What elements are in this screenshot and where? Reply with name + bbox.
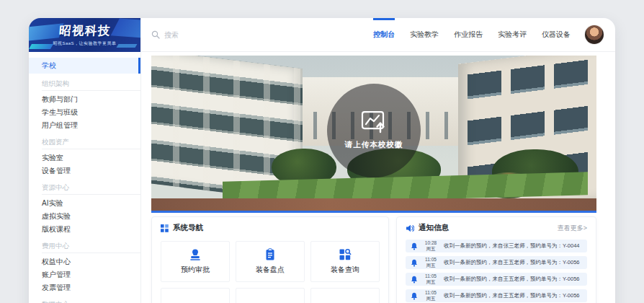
image-upload-icon (361, 110, 387, 133)
logo-decor-shape (111, 18, 140, 38)
divider (42, 90, 140, 91)
nav-card-label: 装备盘点 (256, 265, 285, 275)
nav-card-partial[interactable] (236, 288, 305, 303)
bell-icon (411, 242, 418, 250)
brand-logo: 昭视科技 昭视SaaS，让实验教学更简单 (29, 18, 140, 52)
sidebar-section-organization: 组织架构 (29, 78, 140, 89)
speaker-icon (406, 224, 414, 232)
notice-header: 通知信息 查看更多> (406, 223, 587, 233)
notice-time: 11:05 周五 (423, 257, 439, 268)
notice-list: 10:28 周五 收到一条新的预约，来自张三老师，预约单号为：Y-0044，请尽… (406, 240, 587, 302)
brand-title: 昭视科技 (58, 23, 112, 39)
content-area: 请上传本校校徽 (141, 52, 615, 303)
nav-card-equipment-inventory[interactable]: 装备盘点 (236, 241, 305, 282)
sidebar-section-cost-center: 费用中心 (29, 240, 140, 251)
tab-homework-reports[interactable]: 作业报告 (454, 18, 483, 51)
main-area: 控制台 实验教学 作业报告 实验考评 仪器设备 (141, 18, 615, 303)
logo-decor-shape (117, 44, 138, 48)
nav-cards-grid: 预约审批 (161, 241, 380, 303)
notice-time: 11:05 周五 (423, 290, 439, 302)
nav-card-partial[interactable] (161, 288, 230, 303)
sidebar-item-virtual-experiments[interactable]: 虚拟实验 (29, 210, 140, 223)
topbar: 控制台 实验教学 作业报告 实验考评 仪器设备 (141, 18, 615, 52)
search-icon (151, 30, 160, 39)
logo-decor-shape (29, 44, 53, 49)
sidebar-item-licensed-courses[interactable]: 版权课程 (29, 223, 140, 236)
sidebar-section-campus-assets: 校园资产 (29, 136, 140, 147)
bell-icon (411, 276, 418, 284)
sidebar-item-equipment-management[interactable]: 设备管理 (29, 164, 140, 177)
sidebar-item-ai-experiments[interactable]: AI实验 (29, 197, 140, 210)
notice-time: 10:28 周五 (423, 240, 439, 252)
upload-text: 请上传本校校徽 (345, 140, 403, 150)
tab-experiment-evaluation[interactable]: 实验考评 (498, 18, 527, 51)
notice-text: 收到一条新的预约，来自王五老师，预约单号为：Y-0056，请尽快处理。 (444, 276, 581, 283)
notice-row[interactable]: 11:05 周五 收到一条新的预约，来自王五老师，预约单号为：Y-0056，请尽… (406, 256, 587, 269)
divider (42, 194, 140, 195)
sidebar-item-students-classes[interactable]: 学生与班级 (29, 106, 140, 119)
search-grid-icon (339, 248, 352, 261)
app-window: 昭视科技 昭视SaaS，让实验教学更简单 学校 组织架构 教师与部门 学生与班级… (29, 18, 615, 303)
nav-card-partial[interactable] (310, 288, 380, 303)
nav-card-label: 装备查询 (331, 265, 359, 275)
sidebar-item-account-management[interactable]: 账户管理 (29, 268, 140, 281)
sidebar-menu: 学校 组织架构 教师与部门 学生与班级 用户组管理 校园资产 实验室 设备管理 … (29, 52, 140, 303)
notice-text: 收到一条新的预约，来自王五老师，预约单号为：Y-0056，请尽快处理。 (444, 292, 581, 299)
grid-icon (161, 224, 169, 232)
divider (42, 149, 140, 149)
sidebar: 昭视科技 昭视SaaS，让实验教学更简单 学校 组织架构 教师与部门 学生与班级… (29, 18, 141, 303)
hero-banner: 请上传本校校徽 (151, 56, 596, 213)
tab-console[interactable]: 控制台 (373, 18, 395, 51)
sidebar-section-resource-center: 资源中心 (29, 182, 140, 193)
system-nav-panel: 系统导航 预约审批 (151, 216, 389, 303)
view-more-link[interactable]: 查看更多> (558, 224, 587, 233)
sidebar-item-user-groups[interactable]: 用户组管理 (29, 119, 140, 132)
tab-experiment-teaching[interactable]: 实验教学 (410, 18, 439, 51)
nav-card-label: 预约审批 (181, 265, 210, 275)
notice-title: 通知信息 (419, 223, 449, 233)
user-avatar[interactable] (585, 25, 604, 44)
brand-tagline: 昭视SaaS，让实验教学更简单 (53, 40, 116, 47)
system-nav-title: 系统导航 (173, 223, 203, 233)
notice-panel: 通知信息 查看更多> 10:28 (396, 216, 596, 303)
topnav-tabs: 控制台 实验教学 作业报告 实验考评 仪器设备 (373, 18, 571, 51)
notice-row[interactable]: 11:05 周五 收到一条新的预约，来自王五老师，预约单号为：Y-0056，请尽… (406, 273, 587, 286)
notice-time: 11:05 周五 (423, 273, 439, 285)
clipboard-icon (264, 248, 277, 261)
sidebar-item-teachers-departments[interactable]: 教师与部门 (29, 93, 140, 106)
notice-text: 收到一条新的预约，来自张三老师，预约单号为：Y-0044，请尽快处理。 (444, 242, 581, 250)
search-box (151, 30, 272, 39)
stamp-icon (189, 248, 202, 261)
notice-row[interactable]: 10:28 周五 收到一条新的预约，来自张三老师，预约单号为：Y-0044，请尽… (406, 240, 587, 252)
sidebar-item-laboratory[interactable]: 实验室 (29, 152, 140, 164)
sidebar-item-school[interactable]: 学校 (29, 58, 140, 74)
sidebar-item-rights-center[interactable]: 权益中心 (29, 255, 140, 268)
tab-instruments-equipment[interactable]: 仪器设备 (542, 18, 571, 51)
path (151, 198, 596, 211)
upload-logo-overlay[interactable]: 请上传本校校徽 (327, 84, 421, 177)
nav-card-equipment-query[interactable]: 装备查询 (310, 241, 380, 282)
sidebar-item-invoice-management[interactable]: 发票管理 (29, 281, 140, 294)
bell-icon (411, 259, 418, 267)
notice-text: 收到一条新的预约，来自王五老师，预约单号为：Y-0056，请尽快处理。 (444, 259, 581, 266)
nav-card-reservation-approval[interactable]: 预约审批 (161, 241, 230, 282)
bell-icon (411, 292, 418, 300)
divider (42, 252, 140, 253)
system-nav-header: 系统导航 (161, 223, 380, 233)
search-input[interactable] (164, 31, 272, 39)
notice-row[interactable]: 11:05 周五 收到一条新的预约，来自王五老师，预约单号为：Y-0056，请尽… (406, 289, 587, 302)
bottom-panels: 系统导航 预约审批 (151, 216, 596, 303)
sidebar-section-data-center: 数据中心 (29, 299, 140, 303)
